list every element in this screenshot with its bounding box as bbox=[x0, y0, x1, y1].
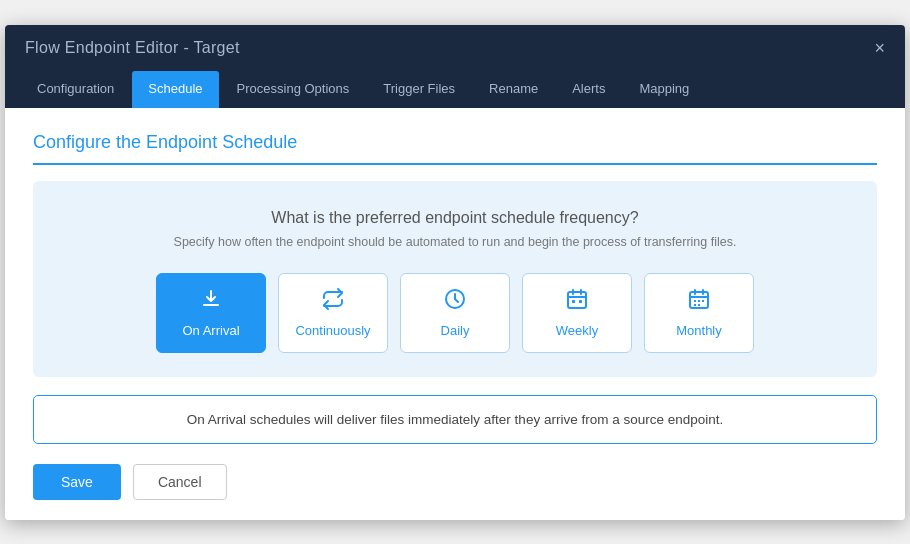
tab-configuration[interactable]: Configuration bbox=[21, 71, 130, 108]
tab-alerts[interactable]: Alerts bbox=[556, 71, 621, 108]
on-arrival-icon bbox=[199, 287, 223, 315]
tab-rename[interactable]: Rename bbox=[473, 71, 554, 108]
weekly-icon bbox=[565, 287, 589, 315]
cancel-button[interactable]: Cancel bbox=[133, 464, 227, 500]
continuously-icon bbox=[321, 287, 345, 315]
tab-processing-options[interactable]: Processing Options bbox=[221, 71, 366, 108]
schedule-card: What is the preferred endpoint schedule … bbox=[33, 181, 877, 377]
close-button[interactable]: × bbox=[874, 39, 885, 57]
modal-title-main: Flow Endpoint Editor bbox=[25, 39, 179, 56]
svg-rect-5 bbox=[694, 300, 696, 302]
footer-buttons: Save Cancel bbox=[33, 464, 877, 500]
option-weekly-label: Weekly bbox=[556, 323, 598, 338]
option-continuously[interactable]: Continuously bbox=[278, 273, 388, 353]
svg-rect-1 bbox=[568, 292, 586, 308]
svg-rect-8 bbox=[694, 304, 696, 306]
info-box: On Arrival schedules will deliver files … bbox=[33, 395, 877, 444]
schedule-options-group: On Arrival Continuously bbox=[53, 273, 857, 353]
svg-rect-6 bbox=[698, 300, 700, 302]
modal-title-sub: - Target bbox=[179, 39, 240, 56]
main-content: Configure the Endpoint Schedule What is … bbox=[5, 108, 905, 520]
modal-container: Flow Endpoint Editor - Target × Configur… bbox=[5, 25, 905, 520]
svg-rect-9 bbox=[698, 304, 700, 306]
option-monthly-label: Monthly bbox=[676, 323, 722, 338]
option-continuously-label: Continuously bbox=[295, 323, 370, 338]
daily-icon bbox=[443, 287, 467, 315]
schedule-question: What is the preferred endpoint schedule … bbox=[53, 209, 857, 227]
option-on-arrival-label: On Arrival bbox=[182, 323, 239, 338]
save-button[interactable]: Save bbox=[33, 464, 121, 500]
option-weekly[interactable]: Weekly bbox=[522, 273, 632, 353]
svg-rect-3 bbox=[579, 300, 582, 303]
option-monthly[interactable]: Monthly bbox=[644, 273, 754, 353]
section-title: Configure the Endpoint Schedule bbox=[33, 132, 877, 165]
tab-mapping[interactable]: Mapping bbox=[623, 71, 705, 108]
tab-schedule[interactable]: Schedule bbox=[132, 71, 218, 108]
svg-rect-7 bbox=[702, 300, 704, 302]
modal-title: Flow Endpoint Editor - Target bbox=[25, 39, 240, 57]
schedule-description: Specify how often the endpoint should be… bbox=[53, 235, 857, 249]
option-daily[interactable]: Daily bbox=[400, 273, 510, 353]
info-text: On Arrival schedules will deliver files … bbox=[187, 412, 723, 427]
monthly-icon bbox=[687, 287, 711, 315]
svg-rect-2 bbox=[572, 300, 575, 303]
tab-bar: Configuration Schedule Processing Option… bbox=[5, 71, 905, 108]
option-daily-label: Daily bbox=[441, 323, 470, 338]
option-on-arrival[interactable]: On Arrival bbox=[156, 273, 266, 353]
tab-trigger-files[interactable]: Trigger Files bbox=[367, 71, 471, 108]
modal-header: Flow Endpoint Editor - Target × bbox=[5, 25, 905, 71]
